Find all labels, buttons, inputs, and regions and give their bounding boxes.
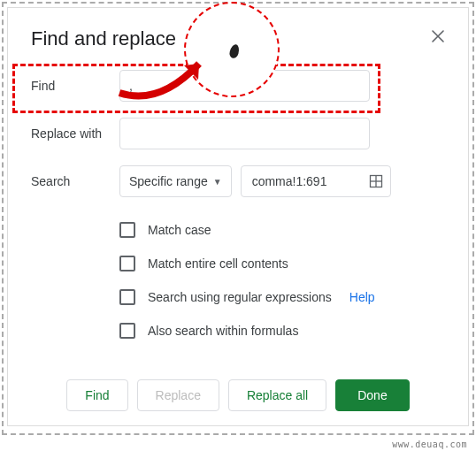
option-regex: Search using regular expressions Help <box>119 280 445 314</box>
close-icon <box>431 29 445 43</box>
formulas-checkbox[interactable] <box>119 323 135 339</box>
button-row: Find Replace Replace all Done <box>31 379 445 411</box>
find-row: Find <box>31 70 445 102</box>
formulas-label: Also search within formulas <box>148 324 298 338</box>
find-replace-dialog: Find and replace Find Replace with Searc… <box>7 7 469 426</box>
replace-input[interactable] <box>119 118 370 149</box>
replace-button: Replace <box>137 379 219 411</box>
find-label: Find <box>31 79 119 93</box>
option-match-case: Match case <box>119 213 445 247</box>
option-formulas: Also search within formulas <box>119 314 445 348</box>
regex-help-link[interactable]: Help <box>349 290 375 304</box>
replace-all-button[interactable]: Replace all <box>228 379 326 411</box>
search-scope-value: Specific range <box>129 174 208 188</box>
range-field <box>241 165 391 197</box>
range-input[interactable] <box>250 173 360 189</box>
match-case-checkbox[interactable] <box>119 222 135 238</box>
regex-checkbox[interactable] <box>119 289 135 305</box>
replace-label: Replace with <box>31 126 119 141</box>
done-button[interactable]: Done <box>335 379 409 411</box>
match-case-label: Match case <box>148 223 211 237</box>
search-label: Search <box>31 174 119 188</box>
option-match-entire: Match entire cell contents <box>119 247 445 280</box>
grid-select-icon[interactable] <box>369 174 383 188</box>
search-scope-dropdown[interactable]: Specific range ▼ <box>119 165 232 197</box>
match-entire-label: Match entire cell contents <box>148 256 288 271</box>
close-button[interactable] <box>427 26 449 47</box>
options-group: Match case Match entire cell contents Se… <box>119 213 445 348</box>
find-button[interactable]: Find <box>66 379 127 411</box>
dialog-title: Find and replace <box>31 27 445 50</box>
find-input[interactable] <box>119 70 370 102</box>
match-entire-checkbox[interactable] <box>119 256 135 271</box>
regex-label: Search using regular expressions <box>148 290 332 304</box>
replace-row: Replace with <box>31 118 445 149</box>
chevron-down-icon: ▼ <box>213 177 222 187</box>
search-row: Search Specific range ▼ <box>31 165 445 197</box>
watermark: www.deuaq.com <box>392 440 467 449</box>
